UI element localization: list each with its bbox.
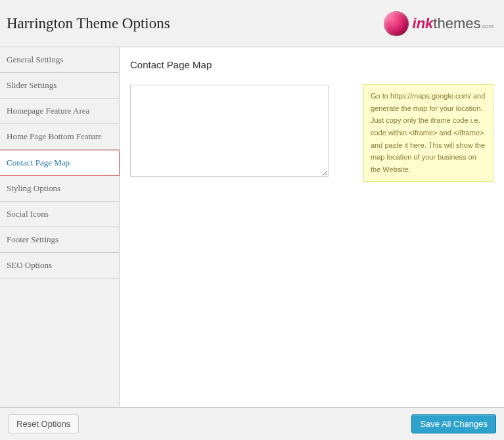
sidebar: General Settings Slider Settings Homepag… [0,47,120,407]
map-iframe-textarea[interactable] [130,85,329,177]
sidebar-item-footer-settings[interactable]: Footer Settings [0,227,119,253]
sidebar-item-seo-options[interactable]: SEO Options [0,253,119,278]
footer: Reset Options Save All Changes [0,407,504,440]
sidebar-item-contact-page-map[interactable]: Contact Page Map [0,150,120,176]
logo-text: inkthemes.com [413,15,493,32]
reset-options-button[interactable]: Reset Options [8,414,79,433]
section-title: Contact Page Map [130,59,363,70]
content-wrapper: General Settings Slider Settings Homepag… [0,47,504,407]
main-left: Contact Page Map [130,59,363,179]
help-box: Go to https://maps.google.com/ and gener… [363,84,493,182]
logo-ball-icon [384,11,409,36]
sidebar-item-styling-options[interactable]: Styling Options [0,176,119,202]
sidebar-item-general-settings[interactable]: General Settings [0,47,119,73]
main-area: Contact Page Map Go to https://maps.goog… [120,47,504,407]
logo-ink: ink [413,15,434,32]
brand-logo: inkthemes.com [384,11,493,36]
header: Harrington Theme Options inkthemes.com [0,0,504,47]
sidebar-item-home-page-bottom-feature[interactable]: Home Page Bottom Feature [0,124,119,150]
sidebar-item-slider-settings[interactable]: Slider Settings [0,73,119,99]
page-title: Harrington Theme Options [7,15,170,32]
save-all-changes-button[interactable]: Save All Changes [411,414,496,433]
sidebar-item-homepage-feature-area[interactable]: Homepage Feature Area [0,99,119,124]
sidebar-item-social-icons[interactable]: Social Icons [0,202,119,227]
logo-com: .com [480,23,493,30]
logo-themes: themes [433,15,480,32]
